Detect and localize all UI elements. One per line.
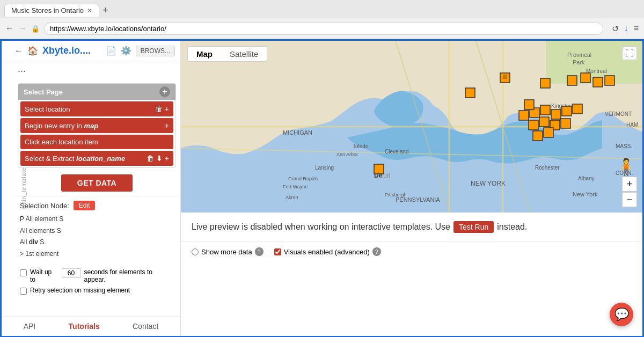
- svg-text:Toledo: Toledo: [353, 143, 369, 149]
- forward-button[interactable]: →: [18, 24, 27, 33]
- svg-rect-42: [551, 109, 561, 119]
- zoom-out-button[interactable]: −: [622, 192, 637, 207]
- selection-option-1: P All element S: [20, 214, 174, 225]
- svg-text:New York: New York: [573, 191, 598, 197]
- fullscreen-icon: ⛶: [625, 48, 634, 57]
- svg-rect-44: [573, 104, 582, 114]
- show-more-data-checkbox[interactable]: [192, 248, 199, 255]
- step-label-2: Begin new entry in map: [25, 122, 162, 130]
- svg-text:Rochester: Rochester: [535, 165, 560, 171]
- live-preview-bar: Live preview is disabled when working on…: [181, 213, 642, 242]
- menu-button[interactable]: ≡: [634, 24, 639, 33]
- sidebar-back-button[interactable]: ←: [14, 46, 23, 56]
- get-data-button[interactable]: GET DATA: [61, 174, 133, 192]
- show-more-help-icon[interactable]: ?: [255, 247, 264, 256]
- step-extract-location-name[interactable]: Select & Extract location_name 🗑 ⬇ +: [20, 151, 173, 166]
- svg-rect-37: [593, 77, 603, 87]
- step-label-3: Click each location item: [25, 138, 169, 146]
- chat-button[interactable]: 💬: [610, 303, 633, 326]
- back-button[interactable]: ←: [5, 24, 14, 33]
- address-bar-input[interactable]: [44, 23, 603, 35]
- steps-header: Select Page +: [18, 84, 175, 100]
- visuals-help-icon[interactable]: ?: [372, 247, 381, 256]
- step-1-delete-icon[interactable]: 🗑: [155, 105, 163, 113]
- svg-text:Albany: Albany: [578, 175, 595, 181]
- selection-section: Selection Node: Edit P All element S All…: [13, 196, 180, 264]
- browse-button[interactable]: BROWS...: [136, 46, 175, 56]
- security-icon: 🔒: [31, 25, 40, 33]
- footer-contact-link[interactable]: Contact: [133, 322, 158, 331]
- street-view-person[interactable]: 🧍: [616, 157, 636, 176]
- svg-rect-45: [529, 120, 538, 130]
- template-label: main_template: [21, 167, 27, 210]
- map-tab-map[interactable]: Map: [188, 47, 221, 61]
- new-tab-button[interactable]: +: [103, 5, 108, 16]
- zoom-in-button[interactable]: +: [622, 177, 637, 192]
- visuals-enabled-option: Visuals enabled (advanced) ?: [274, 247, 381, 256]
- step-1-add-icon[interactable]: +: [165, 105, 169, 113]
- step-4-download-icon[interactable]: ⬇: [156, 154, 163, 163]
- svg-text:MASS.: MASS.: [616, 143, 632, 149]
- retry-checkbox[interactable]: [20, 288, 27, 295]
- selection-node-label: Selection Node:: [20, 202, 69, 210]
- steps-panel: Select Page + Select location 🗑 + Begin …: [18, 83, 176, 168]
- svg-rect-46: [539, 117, 549, 127]
- download-button[interactable]: ↓: [624, 24, 628, 33]
- step-begin-entry[interactable]: Begin new entry in map +: [20, 118, 173, 133]
- step-label-4: Select & Extract location_name: [25, 155, 143, 163]
- svg-rect-51: [524, 100, 534, 109]
- svg-rect-36: [581, 73, 590, 83]
- browser-tab[interactable]: Music Stores in Ontario ✕: [4, 4, 99, 17]
- wait-checkbox[interactable]: [20, 269, 27, 276]
- visuals-enabled-checkbox[interactable]: [274, 248, 281, 255]
- svg-text:Cleveland: Cleveland: [385, 149, 408, 155]
- edit-selection-button[interactable]: Edit: [74, 201, 96, 210]
- svg-rect-39: [519, 111, 529, 120]
- bottom-options-bar: Show more data ? Visuals enabled (advanc…: [181, 242, 642, 261]
- wait-label-post: seconds for elements to appear.: [84, 268, 174, 283]
- svg-text:Provincal: Provincal: [567, 52, 591, 58]
- sidebar-footer: API Tutorials Contact: [2, 316, 180, 336]
- sidebar-logo-icon: 🏠: [27, 46, 38, 56]
- visuals-enabled-label: Visuals enabled (advanced): [284, 248, 370, 256]
- footer-tutorials-link[interactable]: Tutorials: [69, 322, 100, 331]
- options-section: Wait up to seconds for elements to appea…: [13, 264, 180, 302]
- wait-seconds-input[interactable]: [62, 268, 81, 278]
- svg-text:VERMONT: VERMONT: [605, 111, 632, 117]
- selection-option-2: All elements S: [20, 225, 174, 237]
- svg-rect-38: [605, 76, 614, 85]
- svg-text:Akron: Akron: [286, 195, 298, 200]
- tab-title: Music Stores in Ontario: [11, 6, 84, 14]
- svg-rect-34: [540, 78, 550, 88]
- svg-rect-33: [503, 75, 507, 79]
- steps-panel-title: Select Page: [24, 88, 63, 96]
- tab-close-icon[interactable]: ✕: [87, 7, 92, 14]
- step-4-add-icon[interactable]: +: [165, 154, 169, 163]
- svg-text:Ann Arbor: Ann Arbor: [336, 152, 358, 157]
- sidebar: main_template ← 🏠 Xbyte.io.... 📄 ⚙️ BROW…: [2, 41, 181, 336]
- dots-menu[interactable]: ···: [13, 61, 180, 81]
- logo-text: Xbyte.io....: [42, 45, 91, 56]
- svg-rect-49: [533, 131, 543, 141]
- svg-rect-43: [562, 106, 572, 116]
- step-click-location[interactable]: Click each location item: [20, 135, 173, 149]
- selection-options: P All element S All elements S All div S…: [20, 214, 174, 260]
- footer-api-link[interactable]: API: [24, 322, 36, 331]
- add-step-button[interactable]: +: [159, 86, 170, 97]
- retry-label: Retry selection on missing element: [30, 287, 130, 294]
- svg-rect-52: [374, 164, 384, 174]
- map-area: Provincal Park Montreal Kingston MICHIGA…: [181, 41, 642, 213]
- wait-label-pre: Wait up to: [30, 268, 58, 283]
- step-2-add-icon[interactable]: +: [165, 121, 169, 130]
- step-select-location[interactable]: Select location 🗑 +: [20, 101, 173, 116]
- svg-rect-48: [561, 119, 570, 128]
- document-icon-btn[interactable]: 📄: [106, 46, 116, 56]
- test-run-button[interactable]: Test Run: [453, 221, 494, 233]
- settings-icon-btn[interactable]: ⚙️: [121, 46, 131, 56]
- fullscreen-button[interactable]: ⛶: [622, 46, 637, 60]
- map-tab-satellite[interactable]: Satellite: [221, 47, 267, 61]
- show-more-data-label: Show more data: [201, 248, 252, 256]
- refresh-button[interactable]: ↺: [612, 24, 619, 34]
- step-4-delete-icon[interactable]: 🗑: [147, 154, 154, 163]
- svg-text:Park: Park: [573, 59, 585, 65]
